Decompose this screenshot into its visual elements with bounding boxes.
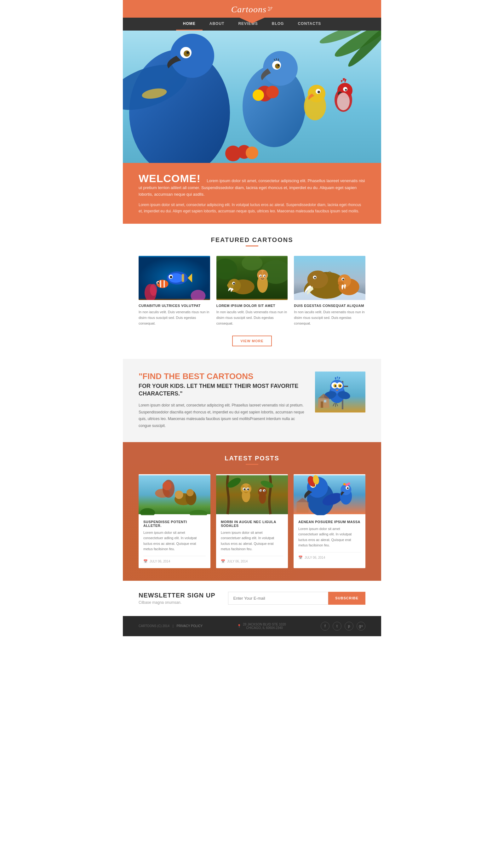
svg-point-96 [163,481,172,490]
nemo-image [139,256,210,300]
site-footer: CARTOONS (C) 2014 | PRIVACY POLICY 📍 28 … [123,616,381,636]
post-date-2: 📅 JULY 06, 2014 [221,556,283,563]
svg-point-47 [157,282,159,284]
svg-point-12 [263,51,298,86]
post-title-3: AENEAN POSUERE IPSUM MASSA [298,520,361,524]
find-section: "FIND THE BEST CARTOONS FOR YOUR KIDS. L… [123,359,381,442]
nav-item-about[interactable]: ABOUT [202,18,231,31]
post-body-1: SUSPENDISSE POTENTI ALLETER. Lorem ipsum… [139,515,210,568]
svg-point-115 [264,490,265,491]
post-card-1: SUSPENDISSE POTENTI ALLETER. Lorem ipsum… [139,474,210,568]
svg-rect-134 [297,502,309,512]
svg-point-6 [170,34,214,78]
svg-point-15 [277,64,279,66]
svg-point-98 [175,490,183,499]
svg-point-56 [233,283,235,285]
svg-point-70 [315,277,316,279]
svg-point-62 [260,276,261,277]
pinterest-icon[interactable]: p [345,622,353,631]
find-body-text: Lorem ipsum dolor sit amet, consectetur … [139,402,306,429]
lions-image [216,256,288,300]
facebook-icon[interactable]: f [321,622,330,631]
nav-link-about[interactable]: ABOUT [202,18,231,30]
site-header: Cartoons 🕊 [123,0,381,18]
card-text-1: In non iaculis velit. Duis venenatis ris… [139,310,210,326]
svg-point-30 [345,89,347,91]
post-image-3 [294,474,365,515]
post-text-3: Lorem ipsum dolor sit amet consectetuer … [298,526,361,548]
svg-point-132 [343,483,346,485]
privacy-policy-link[interactable]: PRIVACY POLICY [177,624,202,628]
welcome-heading: WELCOME! [139,172,201,184]
svg-point-109 [247,488,249,490]
nav-item-contacts[interactable]: CONTACTS [291,18,328,31]
nav-link-blog[interactable]: BLOG [265,18,291,30]
svg-point-8 [184,50,190,57]
find-image [315,372,365,412]
card-text-3: In non iaculis velit. Duis venenatis ris… [294,310,365,326]
subscribe-button[interactable]: SUBSCRIBE [328,592,365,605]
svg-point-113 [260,490,262,491]
view-more-button[interactable]: VIEW MORE [232,336,272,346]
featured-cards-grid: CURABITUR ULTRICES VOLUTPAT In non iacul… [139,256,365,326]
svg-point-73 [338,282,344,286]
posts-section: LATEST POSTS [123,442,381,581]
svg-point-86 [339,385,341,387]
svg-rect-44 [160,281,161,288]
welcome-full-text: Lorem ipsum dolor sit amet, consectetur … [139,202,365,215]
googleplus-icon[interactable]: g+ [356,622,365,631]
svg-point-111 [259,492,266,503]
svg-point-36 [150,284,157,296]
post-card-3: AENEAN POSUERE IPSUM MASSA Lorem ipsum d… [294,474,365,568]
svg-point-107 [244,488,245,490]
card-title-1: CURABITUR ULTRICES VOLUTPAT [139,304,210,307]
nav-item-home[interactable]: HOME [176,18,202,31]
card-text-2: In non iaculis velit. Duis venenatis ris… [216,310,288,326]
post-body-2: MORBI IN AUGUE NEC LIGULA SODALES Lorem … [216,515,288,568]
newsletter-left: NEWSLETTER SIGN UP Cilbase magna onumsan… [139,592,215,605]
svg-point-21 [253,90,264,101]
featured-title: FEATURED CARTOONS [139,236,365,244]
footer-address: 28 JACKSON BLVD STE 1020 CHICAGO, IL 606… [243,623,286,630]
svg-rect-45 [164,281,165,288]
find-content: "FIND THE BEST CARTOONS FOR YOUR KIDS. L… [139,372,306,429]
card-title-3: DUIS EGESTAS CONSEQUAT ALIQUAM [294,304,365,307]
calendar-icon-1: 📅 [143,559,148,563]
newsletter-section: NEWSLETTER SIGN UP Cilbase magna onumsan… [123,581,381,616]
post-image-1 [139,474,210,515]
svg-point-25 [318,91,320,93]
newsletter-heading: NEWSLETTER SIGN UP [139,592,215,599]
newsletter-form[interactable]: SUBSCRIBE [228,592,365,605]
hero-section [123,31,381,163]
footer-left: CARTOONS (C) 2014 | PRIVACY POLICY [139,624,202,628]
hero-image [123,31,381,163]
twitter-icon[interactable]: t [333,622,341,631]
featured-card-3: DUIS EGESTAS CONSEQUAT ALIQUAM In non ia… [294,256,365,326]
card-image-1 [139,256,210,300]
email-input[interactable] [228,592,329,605]
card-title-2: LOREM IPSUM DOLOR SIT AMET [216,304,288,307]
post-date-1: 📅 JULY 06, 2014 [143,556,206,563]
svg-point-105 [242,489,250,502]
svg-point-133 [348,482,350,485]
calendar-icon-3: 📅 [298,556,303,560]
svg-rect-89 [318,398,329,408]
nav-link-home[interactable]: HOME [176,18,202,31]
svg-point-28 [337,93,350,110]
svg-point-14 [275,64,280,69]
logo-bird-icon: 🕊 [268,6,273,11]
footer-divider: | [173,624,173,628]
footer-center: 📍 28 JACKSON BLVD STE 1020 CHICAGO, IL 6… [237,623,286,630]
post-card-2: MORBI IN AUGUE NEC LIGULA SODALES Lorem … [216,474,288,568]
footer-social: f t p g+ [321,622,365,631]
nav-item-blog[interactable]: BLOG [265,18,291,31]
featured-section: FEATURED CARTOONS [123,224,381,359]
featured-underline [246,245,258,246]
welcome-section: WELCOME! Lorem ipsum dolor sit amet, con… [123,163,381,224]
logo-text: Cartoons [231,4,266,14]
nav-link-contacts[interactable]: CONTACTS [291,18,328,30]
featured-card-2: LOREM IPSUM DOLOR SIT AMET In non iaculi… [216,256,288,326]
posts-underline [246,464,258,465]
svg-point-51 [242,256,262,270]
svg-point-42 [170,276,172,278]
